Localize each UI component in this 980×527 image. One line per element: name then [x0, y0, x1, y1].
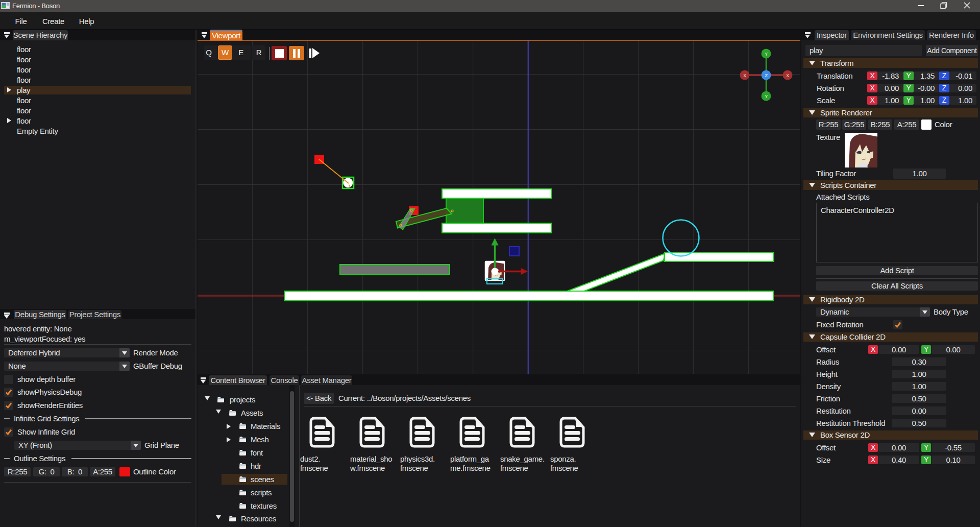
- svg-text:Y: Y: [765, 94, 768, 99]
- svg-text:Y: Y: [765, 52, 768, 57]
- svg-text:X: X: [743, 73, 746, 78]
- svg-text:X: X: [786, 73, 789, 78]
- svg-text:Z: Z: [765, 73, 768, 78]
